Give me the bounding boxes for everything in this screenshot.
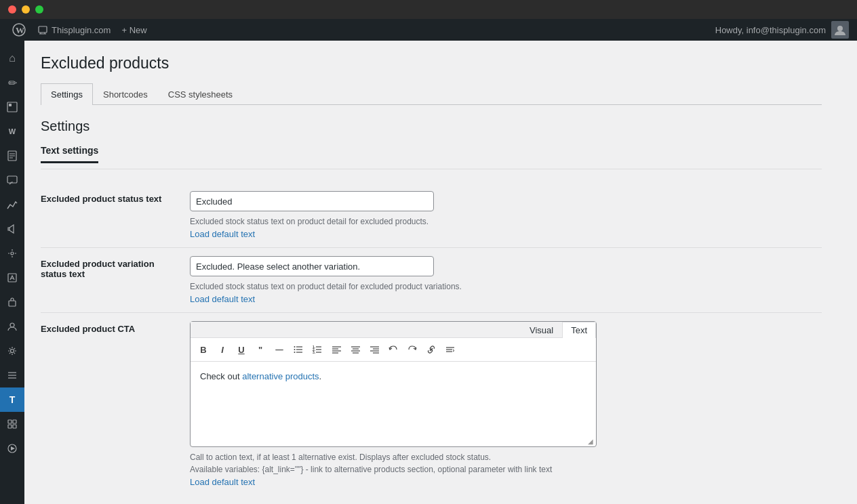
field-description-2: Excluded stock status text on product de… [190, 280, 597, 293]
svg-point-31 [294, 346, 296, 348]
svg-rect-5 [7, 102, 17, 112]
editor-tab-visual[interactable]: Visual [521, 322, 562, 338]
page-title: Excluded products [41, 54, 822, 72]
svg-text:W: W [16, 25, 24, 35]
load-default-text-link-3[interactable]: Load default text [190, 477, 255, 487]
svg-rect-28 [13, 425, 16, 428]
settings-icon[interactable] [0, 339, 24, 363]
toolbar-link[interactable] [422, 341, 440, 358]
svg-rect-19 [9, 301, 16, 306]
settings-table: Excluded product status text Excluded st… [41, 183, 822, 495]
section-heading: Settings [41, 119, 822, 134]
table-row: Excluded product variation status text E… [41, 248, 822, 313]
field-label-2: Excluded product variation status text [41, 248, 190, 313]
editor-toolbar: B I U " — 1.2.3. [191, 338, 596, 362]
site-name-link[interactable]: Thisplugin.com [33, 19, 116, 41]
field-label-3: Excluded product CTA [41, 313, 190, 496]
load-default-text-link-2[interactable]: Load default text [190, 294, 255, 304]
svg-point-32 [294, 349, 296, 350]
svg-rect-26 [13, 420, 16, 423]
users-icon[interactable] [0, 314, 24, 339]
table-row: Excluded product CTA Visual Text [41, 313, 822, 496]
cta-description: Call to action text, if at least 1 alter… [190, 451, 597, 476]
svg-point-4 [837, 26, 843, 31]
appearance-icon[interactable] [0, 266, 24, 290]
field-cell-3: Visual Text B I U " — [190, 313, 822, 496]
toolbar-ol[interactable]: 1.2.3. [308, 341, 326, 358]
analytics-icon[interactable] [0, 192, 24, 217]
maximize-dot[interactable] [35, 5, 43, 14]
marketing-icon[interactable] [0, 217, 24, 241]
toolbar-bold[interactable]: B [195, 341, 212, 358]
svg-rect-25 [8, 420, 12, 423]
toolbar-strikethrough[interactable]: — [271, 341, 288, 358]
field-label-1: Excluded product status text [41, 183, 190, 248]
field-description-1: Excluded stock status text on product de… [190, 215, 597, 228]
field-cell-2: Excluded stock status text on product de… [190, 248, 822, 313]
excluded-status-text-input[interactable] [190, 191, 434, 211]
load-default-text-link-1[interactable]: Load default text [190, 229, 255, 239]
media-icon[interactable] [0, 95, 24, 119]
adminbar-user: Howdy, info@thisplugin.com [715, 21, 849, 39]
wp-logo[interactable]: W [8, 19, 30, 41]
svg-point-12 [11, 252, 14, 255]
content-area: Excluded products Settings Shortcodes CS… [24, 41, 857, 504]
extensions-icon[interactable] [0, 412, 24, 436]
cta-editor-content[interactable]: Check out alternative products. [191, 362, 596, 436]
toolbar-blockquote[interactable]: " [252, 341, 269, 358]
editor-resize-handle[interactable]: ◢ [191, 436, 596, 446]
comments-icon[interactable] [0, 168, 24, 192]
tab-settings[interactable]: Settings [41, 83, 93, 105]
adminbar: W Thisplugin.com + New Howdy, info@thisp… [0, 19, 857, 41]
new-content-button[interactable]: + New [116, 19, 152, 41]
cta-editor: Visual Text B I U " — [190, 321, 597, 447]
editor-tab-text[interactable]: Text [562, 322, 596, 338]
pages-icon[interactable] [0, 144, 24, 168]
toolbar-ul[interactable] [290, 341, 307, 358]
woo-icon[interactable]: W [0, 119, 24, 144]
tab-css-stylesheets[interactable]: CSS stylesheets [158, 83, 243, 105]
collapse-icon[interactable] [0, 363, 24, 387]
svg-rect-2 [39, 26, 47, 33]
close-dot[interactable] [8, 5, 16, 14]
main-layout: ⌂ ✏ W [0, 41, 857, 504]
table-row: Excluded product status text Excluded st… [41, 183, 822, 248]
video-icon[interactable] [0, 436, 24, 461]
svg-point-21 [11, 350, 14, 353]
svg-marker-30 [11, 446, 15, 450]
tab-shortcodes[interactable]: Shortcodes [93, 83, 158, 105]
dashboard-icon[interactable]: ⌂ [0, 46, 24, 70]
svg-rect-27 [8, 425, 12, 428]
svg-text:3.: 3. [313, 350, 316, 354]
toolbar-align-left[interactable] [327, 341, 345, 358]
avatar [831, 21, 849, 39]
page-tabs: Settings Shortcodes CSS stylesheets [41, 83, 822, 105]
field-cell-1: Excluded stock status text on product de… [190, 183, 822, 248]
thisplugin-sidebar-icon[interactable]: T [0, 387, 24, 412]
page-content: Excluded products Settings Shortcodes CS… [24, 41, 838, 504]
subsection-title-row: Text settings [41, 145, 822, 166]
editor-tabs: Visual Text [191, 322, 596, 338]
tools-icon[interactable] [0, 241, 24, 266]
posts-icon[interactable]: ✏ [0, 70, 24, 95]
subsection-heading: Text settings [41, 145, 98, 163]
svg-point-20 [10, 323, 14, 327]
minimize-dot[interactable] [22, 5, 30, 14]
plugins-icon[interactable] [0, 290, 24, 314]
text-settings-subsection: Text settings [41, 145, 822, 169]
toolbar-undo[interactable] [384, 341, 402, 358]
sidebar: ⌂ ✏ W [0, 41, 24, 504]
excluded-variation-text-input[interactable] [190, 256, 434, 276]
toolbar-italic[interactable]: I [214, 341, 231, 358]
toolbar-underline[interactable]: U [233, 341, 250, 358]
toolbar-align-right[interactable] [365, 341, 383, 358]
toolbar-align-center[interactable] [346, 341, 364, 358]
svg-point-33 [294, 352, 296, 353]
titlebar [0, 0, 857, 19]
svg-rect-6 [9, 104, 12, 106]
toolbar-more[interactable] [441, 341, 459, 358]
toolbar-redo[interactable] [403, 341, 421, 358]
